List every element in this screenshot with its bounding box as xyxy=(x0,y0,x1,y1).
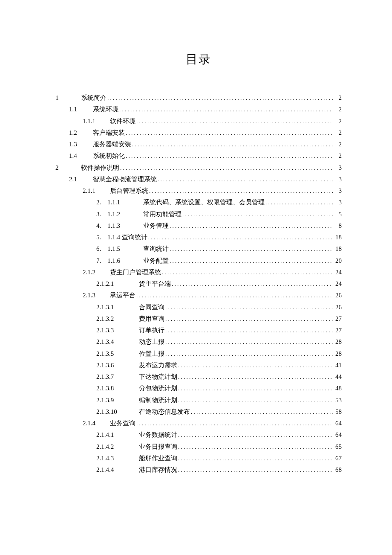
toc-label: 发布运力需求 xyxy=(139,360,177,370)
toc-label: 船舶作业查询 xyxy=(139,453,177,463)
toc-entry: 2.1.2货主门户管理系统24 xyxy=(55,267,342,277)
toc-page-number: 2 xyxy=(334,116,342,126)
toc-label: 业务数据统计 xyxy=(139,430,177,440)
toc-entry: 2.1.3.1合同查询26 xyxy=(55,302,342,312)
toc-subnumber: 2.1.3.9 xyxy=(96,395,139,405)
toc-subnumber: 2.1.3.3 xyxy=(96,325,139,335)
toc-entry: 2.1智慧全程物流管理系统3 xyxy=(55,174,342,184)
toc-subnumber: 2.1.3.8 xyxy=(96,384,139,393)
toc-leader xyxy=(165,302,333,312)
toc-leader xyxy=(178,442,333,452)
toc-enum: 2. xyxy=(96,198,107,207)
toc-subnumber: 2.1.3.10 xyxy=(96,407,139,417)
toc-entry: 2.1.3.7下达物流计划44 xyxy=(55,372,342,382)
toc-leader xyxy=(178,384,333,393)
toc-label: 系统初始化 xyxy=(93,151,125,161)
toc-label: 承运平台 xyxy=(110,291,135,300)
toc-number: 2 xyxy=(55,163,81,173)
toc-subnumber: 1.1.1 xyxy=(107,198,143,207)
toc-entry: 2软件操作说明3 xyxy=(55,163,342,173)
toc-label: 软件环境 xyxy=(110,116,135,126)
toc-label: 常用功能管理 xyxy=(143,209,182,219)
toc-page-number: 58 xyxy=(334,407,342,417)
toc-subnumber: 1.1.6 xyxy=(107,256,143,266)
toc-page-number: 44 xyxy=(334,372,342,382)
toc-number: 1.1 xyxy=(69,105,93,114)
toc-page-number: 64 xyxy=(334,430,342,440)
toc-subnumber: 2.1.4.2 xyxy=(96,442,139,452)
toc-enum: 5. xyxy=(96,232,107,242)
toc-number: 2.1 xyxy=(69,174,93,184)
toc-page-number: 20 xyxy=(334,256,342,266)
toc-page-number: 64 xyxy=(334,418,342,428)
toc-entry: 2.1.1.1系统代码、系统设置、权限管理、会员管理3 xyxy=(55,198,342,207)
toc-leader xyxy=(178,465,333,475)
toc-entry: 2.1.3.2费用查询27 xyxy=(55,314,342,324)
toc-page-number: 2 xyxy=(334,128,342,138)
toc-subnumber: 2.1.4.3 xyxy=(96,453,139,463)
toc-label: 客户端安装 xyxy=(93,128,125,138)
toc-subnumber: 1.1.2 xyxy=(107,209,143,219)
toc-label: 软件操作说明 xyxy=(81,163,119,173)
toc-label: 位置上报 xyxy=(139,349,164,359)
toc-leader xyxy=(191,407,333,417)
toc-page-number: 3 xyxy=(334,186,342,196)
toc-leader xyxy=(136,291,333,300)
toc-label: 系统简介 xyxy=(81,93,107,103)
toc-label: 业务管理 xyxy=(143,221,169,231)
toc-page-number: 2 xyxy=(334,151,342,161)
toc-page-number: 27 xyxy=(334,314,342,324)
toc-entry: 1.2客户端安装2 xyxy=(55,128,342,138)
toc-page-number: 24 xyxy=(334,279,342,289)
toc-page-number: 53 xyxy=(334,395,342,405)
toc-entry: 1.4系统初始化2 xyxy=(55,151,342,161)
toc-number: 2.1.3 xyxy=(83,291,110,300)
toc-page-number: 3 xyxy=(334,174,342,184)
toc-page-number: 2 xyxy=(334,105,342,114)
toc-page-number: 5 xyxy=(334,209,342,219)
toc-page-number: 18 xyxy=(334,232,342,242)
toc-subnumber: 2.1.2.1 xyxy=(96,279,139,289)
toc-label: 编制物流计划 xyxy=(139,395,177,405)
toc-page-number: 2 xyxy=(334,93,342,103)
toc-label: 动态上报 xyxy=(139,337,164,347)
toc-page-number: 28 xyxy=(334,349,342,359)
toc-entry: 2.1.2.1货主平台端24 xyxy=(55,279,342,289)
toc-label: 系统代码、系统设置、权限管理、会员管理 xyxy=(143,198,265,207)
toc-label: 查询统计 xyxy=(143,244,169,254)
toc-number: 2.1.2 xyxy=(83,267,110,277)
toc-leader xyxy=(170,256,333,266)
toc-entry: 1.1.1软件环境2 xyxy=(55,116,342,126)
toc-list: 1系统简介21.1系统环境21.1.1软件环境21.2客户端安装21.3服务器端… xyxy=(55,93,342,475)
toc-label: 后台管理系统 xyxy=(110,186,148,196)
toc-subnumber: 1.1.5 xyxy=(107,244,143,254)
toc-label: 1.1.4 查询统计 xyxy=(107,232,147,242)
toc-leader xyxy=(120,163,333,173)
toc-entry: 2.1.3.8分包物流计划48 xyxy=(55,384,342,393)
toc-entry: 3.1.1.2常用功能管理5 xyxy=(55,209,342,219)
toc-leader xyxy=(126,128,333,138)
toc-number: 1.1.1 xyxy=(83,116,110,126)
toc-subnumber: 2.1.3.6 xyxy=(96,360,139,370)
toc-label: 货主平台端 xyxy=(139,279,171,289)
toc-subnumber: 1.1.3 xyxy=(107,221,143,231)
toc-subnumber: 2.1.3.7 xyxy=(96,372,139,382)
toc-page-number: 65 xyxy=(334,442,342,452)
toc-page-number: 24 xyxy=(334,267,342,277)
toc-number: 1 xyxy=(55,93,81,103)
toc-number: 1.4 xyxy=(69,151,93,161)
toc-leader xyxy=(178,453,333,463)
toc-leader xyxy=(119,105,333,114)
toc-leader xyxy=(170,221,333,231)
toc-page-number: 2 xyxy=(334,139,342,149)
toc-leader xyxy=(107,93,333,103)
toc-subnumber: 2.1.3.5 xyxy=(96,349,139,359)
toc-page-number: 28 xyxy=(334,337,342,347)
toc-page-number: 26 xyxy=(334,291,342,300)
toc-entry: 2.1.1后台管理系统3 xyxy=(55,186,342,196)
toc-label: 下达物流计划 xyxy=(139,372,177,382)
toc-entry: 2.1.3.9编制物流计划53 xyxy=(55,395,342,405)
toc-entry: 2.1.4.2业务日报查询65 xyxy=(55,442,342,452)
toc-page-number: 3 xyxy=(334,198,342,207)
toc-entry: 2.1.3.6发布运力需求41 xyxy=(55,360,342,370)
